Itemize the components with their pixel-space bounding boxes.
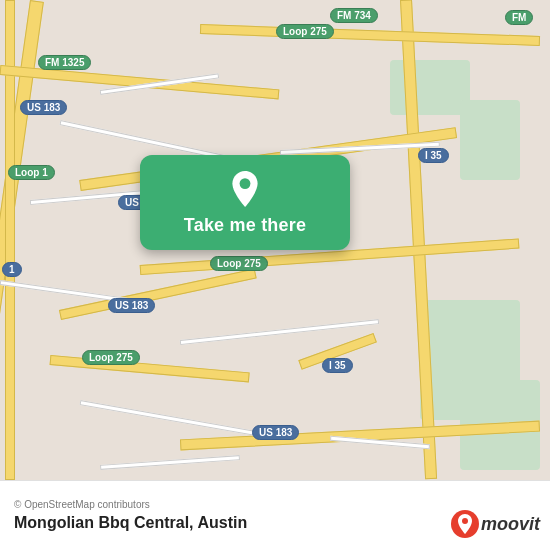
label-loop275-mid: Loop 275 xyxy=(210,256,268,271)
minor-road xyxy=(80,400,258,436)
label-us183-bot: US 183 xyxy=(108,298,155,313)
map: FM 734 Loop 275 FM 1325 US 183 Loop 1 I … xyxy=(0,0,550,480)
location-pin-icon xyxy=(227,171,263,207)
take-me-there-button[interactable]: Take me there xyxy=(140,155,350,250)
svg-point-1 xyxy=(462,518,468,524)
label-us183-top: US 183 xyxy=(20,100,67,115)
label-fm1325: FM 1325 xyxy=(38,55,91,70)
label-fm734: FM 734 xyxy=(330,8,378,23)
road-loop275-top xyxy=(200,24,540,46)
minor-road xyxy=(100,455,240,470)
label-i35-bot: I 35 xyxy=(322,358,353,373)
copyright-text: © OpenStreetMap contributors xyxy=(14,499,536,510)
label-us183-far: US 183 xyxy=(252,425,299,440)
road-loop275-bot xyxy=(50,355,250,382)
bottom-bar: © OpenStreetMap contributors Mongolian B… xyxy=(0,480,550,550)
label-i35-top: I 35 xyxy=(418,148,449,163)
moovit-text: moovit xyxy=(481,514,540,535)
label-loop1: Loop 1 xyxy=(8,165,55,180)
label-loop275-top: Loop 275 xyxy=(276,24,334,39)
green-area xyxy=(390,60,470,115)
label-1: 1 xyxy=(2,262,22,277)
svg-point-0 xyxy=(240,178,251,189)
road-fm1325 xyxy=(0,65,279,99)
green-area xyxy=(460,100,520,180)
label-fm-right: FM xyxy=(505,10,533,25)
moovit-logo: moovit xyxy=(451,510,540,538)
take-me-there-label: Take me there xyxy=(184,215,306,236)
moovit-icon xyxy=(451,510,479,538)
label-loop275-bot: Loop 275 xyxy=(82,350,140,365)
